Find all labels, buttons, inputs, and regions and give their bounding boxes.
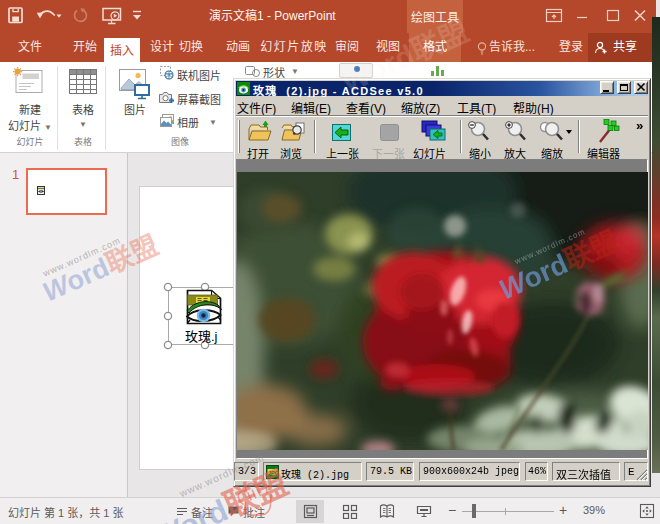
svg-text:JPG: JPG xyxy=(268,470,279,476)
